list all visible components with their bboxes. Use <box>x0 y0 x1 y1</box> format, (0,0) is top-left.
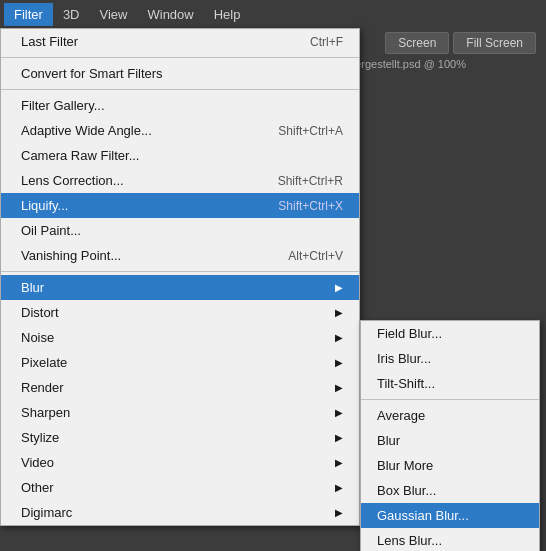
divider-1 <box>1 57 359 58</box>
menu-item-video[interactable]: Video ▶ <box>1 450 359 475</box>
menu-item-view[interactable]: View <box>90 3 138 26</box>
screen-buttons: Screen Fill Screen <box>385 32 536 54</box>
menu-item-lens-correction[interactable]: Lens Correction... Shift+Ctrl+R <box>1 168 359 193</box>
noise-label: Noise <box>21 330 327 345</box>
menu-item-3d[interactable]: 3D <box>53 3 90 26</box>
video-label: Video <box>21 455 327 470</box>
liquify-shortcut: Shift+Ctrl+X <box>278 199 343 213</box>
fill-screen-button[interactable]: Fill Screen <box>453 32 536 54</box>
menu-item-vanishing-point[interactable]: Vanishing Point... Alt+Ctrl+V <box>1 243 359 268</box>
filter-gallery-label: Filter Gallery... <box>21 98 343 113</box>
gaussian-blur-label: Gaussian Blur... <box>377 508 523 523</box>
submenu-item-tilt-shift[interactable]: Tilt-Shift... <box>361 371 539 396</box>
submenu-item-lens-blur[interactable]: Lens Blur... <box>361 528 539 551</box>
pixelate-arrow-icon: ▶ <box>335 357 343 368</box>
vanishing-point-shortcut: Alt+Ctrl+V <box>288 249 343 263</box>
blur-item-label: Blur <box>377 433 523 448</box>
divider-2 <box>1 89 359 90</box>
video-arrow-icon: ▶ <box>335 457 343 468</box>
dropdown-container: Last Filter Ctrl+F Convert for Smart Fil… <box>0 28 360 526</box>
submenu-item-blur-more[interactable]: Blur More <box>361 453 539 478</box>
lens-correction-label: Lens Correction... <box>21 173 258 188</box>
menu-item-sharpen[interactable]: Sharpen ▶ <box>1 400 359 425</box>
menu-item-digimarc[interactable]: Digimarc ▶ <box>1 500 359 525</box>
menu-item-oil-paint[interactable]: Oil Paint... <box>1 218 359 243</box>
menu-item-convert-smart[interactable]: Convert for Smart Filters <box>1 61 359 86</box>
digimarc-arrow-icon: ▶ <box>335 507 343 518</box>
menu-item-distort[interactable]: Distort ▶ <box>1 300 359 325</box>
digimarc-label: Digimarc <box>21 505 327 520</box>
last-filter-shortcut: Ctrl+F <box>310 35 343 49</box>
tilt-shift-label: Tilt-Shift... <box>377 376 523 391</box>
menu-item-noise[interactable]: Noise ▶ <box>1 325 359 350</box>
adaptive-wide-label: Adaptive Wide Angle... <box>21 123 258 138</box>
blur-label: Blur <box>21 280 327 295</box>
render-arrow-icon: ▶ <box>335 382 343 393</box>
other-label: Other <box>21 480 327 495</box>
submenu-item-iris-blur[interactable]: Iris Blur... <box>361 346 539 371</box>
divider-3 <box>1 271 359 272</box>
menu-item-render[interactable]: Render ▶ <box>1 375 359 400</box>
menu-item-other[interactable]: Other ▶ <box>1 475 359 500</box>
lens-correction-shortcut: Shift+Ctrl+R <box>278 174 343 188</box>
blur-more-label: Blur More <box>377 458 523 473</box>
lens-blur-label: Lens Blur... <box>377 533 523 548</box>
menu-item-last-filter[interactable]: Last Filter Ctrl+F <box>1 29 359 54</box>
sharpen-label: Sharpen <box>21 405 327 420</box>
menu-item-pixelate[interactable]: Pixelate ▶ <box>1 350 359 375</box>
menu-item-liquify[interactable]: Liquify... Shift+Ctrl+X <box>1 193 359 218</box>
vanishing-point-label: Vanishing Point... <box>21 248 268 263</box>
distort-label: Distort <box>21 305 327 320</box>
distort-arrow-icon: ▶ <box>335 307 343 318</box>
field-blur-label: Field Blur... <box>377 326 523 341</box>
sub-divider-1 <box>361 399 539 400</box>
menu-item-camera-raw[interactable]: Camera Raw Filter... <box>1 143 359 168</box>
submenu-item-box-blur[interactable]: Box Blur... <box>361 478 539 503</box>
menu-item-help[interactable]: Help <box>204 3 251 26</box>
menu-item-blur[interactable]: Blur ▶ <box>1 275 359 300</box>
menu-item-filter[interactable]: Filter <box>4 3 53 26</box>
iris-blur-label: Iris Blur... <box>377 351 523 366</box>
liquify-label: Liquify... <box>21 198 258 213</box>
submenu-item-gaussian-blur[interactable]: Gaussian Blur... <box>361 503 539 528</box>
blur-arrow-icon: ▶ <box>335 282 343 293</box>
average-label: Average <box>377 408 523 423</box>
menu-item-window[interactable]: Window <box>137 3 203 26</box>
submenu-item-average[interactable]: Average <box>361 403 539 428</box>
convert-smart-label: Convert for Smart Filters <box>21 66 343 81</box>
menu-item-adaptive-wide[interactable]: Adaptive Wide Angle... Shift+Ctrl+A <box>1 118 359 143</box>
filter-menu: Last Filter Ctrl+F Convert for Smart Fil… <box>0 28 360 526</box>
adaptive-wide-shortcut: Shift+Ctrl+A <box>278 124 343 138</box>
stylize-label: Stylize <box>21 430 327 445</box>
screen-button[interactable]: Screen <box>385 32 449 54</box>
blur-submenu: Field Blur... Iris Blur... Tilt-Shift...… <box>360 320 540 551</box>
submenu-item-blur[interactable]: Blur <box>361 428 539 453</box>
sharpen-arrow-icon: ▶ <box>335 407 343 418</box>
last-filter-label: Last Filter <box>21 34 290 49</box>
noise-arrow-icon: ▶ <box>335 332 343 343</box>
box-blur-label: Box Blur... <box>377 483 523 498</box>
oil-paint-label: Oil Paint... <box>21 223 343 238</box>
other-arrow-icon: ▶ <box>335 482 343 493</box>
render-label: Render <box>21 380 327 395</box>
submenu-item-field-blur[interactable]: Field Blur... <box>361 321 539 346</box>
camera-raw-label: Camera Raw Filter... <box>21 148 343 163</box>
stylize-arrow-icon: ▶ <box>335 432 343 443</box>
menu-item-stylize[interactable]: Stylize ▶ <box>1 425 359 450</box>
pixelate-label: Pixelate <box>21 355 327 370</box>
menu-bar: Filter 3D View Window Help <box>0 0 546 28</box>
menu-item-filter-gallery[interactable]: Filter Gallery... <box>1 93 359 118</box>
